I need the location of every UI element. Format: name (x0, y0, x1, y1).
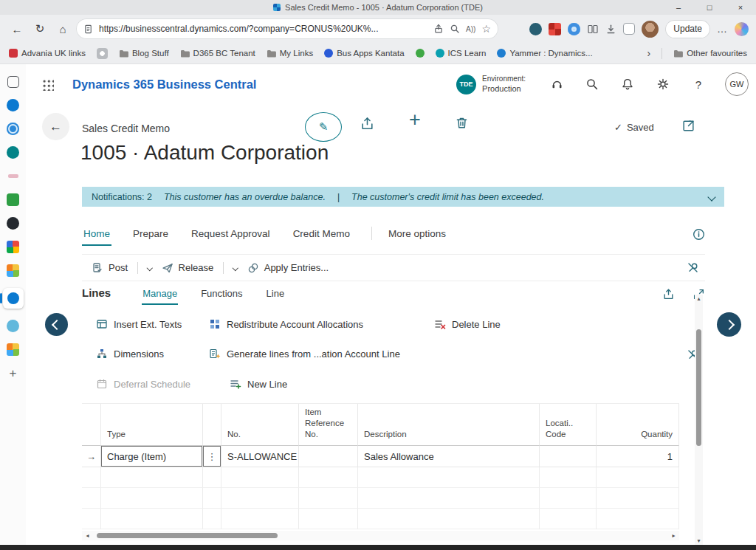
bookmark-item[interactable]: D365 BC Tenant (180, 49, 255, 58)
extension-icon[interactable] (623, 23, 635, 35)
page-vertical-scrollbar[interactable]: ▴ ▾ (695, 295, 703, 550)
maximize-button[interactable]: □ (694, 0, 725, 15)
scroll-up-icon[interactable]: ▴ (695, 295, 703, 302)
page-info-icon[interactable] (83, 24, 93, 34)
apply-entries-button[interactable]: Apply Entries... (238, 262, 329, 274)
edge-sidebar-app-icon-active[interactable] (3, 288, 24, 309)
browser-back-button[interactable]: ← (7, 19, 27, 38)
close-button[interactable]: × (725, 0, 756, 15)
browser-update-button[interactable]: Update (665, 20, 710, 38)
headset-icon[interactable] (539, 78, 574, 91)
scroll-down-icon[interactable]: ▾ (695, 537, 703, 544)
extension-icon[interactable] (568, 23, 580, 35)
notification-bar[interactable]: Notifications: 2 This customer has an ov… (82, 187, 724, 207)
scroll-left-icon[interactable]: ◂ (82, 532, 93, 539)
browser-profile-avatar[interactable] (642, 21, 659, 38)
browser-refresh-button[interactable]: ↻ (30, 19, 49, 38)
share-button[interactable] (360, 116, 375, 131)
browser-home-button[interactable]: ⌂ (53, 19, 72, 38)
tab-prepare[interactable]: Prepare (131, 224, 170, 246)
product-title[interactable]: Dynamics 365 Business Central (72, 78, 256, 92)
cell-description[interactable]: Sales Allowance (358, 446, 540, 467)
edge-sidebar-app-icon[interactable] (7, 241, 19, 253)
cell-no[interactable]: S-ALLOWANCE (221, 446, 299, 467)
edge-sidebar-app-icon[interactable] (7, 193, 19, 206)
bookmark-item[interactable]: ICS Learn (436, 49, 487, 58)
edge-sidebar-add-button[interactable]: + (10, 367, 17, 379)
extension-icon[interactable] (529, 23, 542, 35)
tab-credit-memo[interactable]: Credit Memo (292, 224, 351, 246)
edge-sidebar-app-icon[interactable] (7, 264, 19, 277)
share-from-address-icon[interactable] (433, 24, 444, 34)
minimize-button[interactable]: – (663, 0, 694, 15)
bookmark-item[interactable]: Blog Stuff (119, 49, 169, 58)
column-header-no[interactable]: No. (221, 404, 299, 446)
downloads-icon[interactable] (605, 24, 616, 35)
search-icon[interactable] (574, 78, 610, 91)
lines-tab-line[interactable]: Line (266, 288, 286, 305)
address-bar[interactable]: https://businesscentral.dynamics.com/?co… (76, 18, 498, 39)
generate-lines-button[interactable]: Generate lines from ...ation Account Lin… (209, 348, 400, 360)
scroll-right-icon[interactable]: ▸ (668, 532, 679, 539)
new-line-button[interactable]: New Line (230, 378, 287, 390)
horizontal-scroll-thumb[interactable] (97, 533, 278, 538)
column-header-item-reference-no[interactable]: Item Reference No. (299, 404, 358, 446)
scroll-parts-left-button[interactable] (45, 313, 68, 336)
new-button[interactable]: + (409, 109, 421, 131)
scroll-parts-right-button[interactable] (717, 312, 741, 337)
url-text[interactable]: https://businesscentral.dynamics.com/?co… (99, 24, 427, 34)
row-menu-button[interactable]: ⋮ (203, 446, 221, 467)
column-header-type[interactable]: Type (101, 404, 203, 446)
notification-expand-button[interactable] (709, 192, 715, 202)
redistribute-account-allocations-button[interactable]: Redistribute Account Allocations (209, 318, 363, 330)
edge-sidebar-app-icon[interactable] (7, 146, 19, 159)
release-button[interactable]: Release (152, 262, 238, 274)
lines-share-button[interactable] (662, 288, 675, 300)
notifications-bell-icon[interactable] (610, 78, 645, 91)
post-button[interactable]: Post (82, 262, 152, 274)
extension-icon[interactable] (549, 23, 561, 35)
user-avatar[interactable]: GW (725, 72, 749, 96)
browser-tab[interactable]: Sales Credit Memo - 1005 · Adatum Corpor… (0, 3, 756, 12)
open-in-new-window-button[interactable] (681, 119, 695, 133)
column-header-location-code[interactable]: Locati.. Code (540, 404, 597, 446)
cell-quantity[interactable]: 1 (597, 446, 679, 467)
copilot-icon[interactable] (735, 22, 749, 36)
cell-location-code[interactable] (540, 446, 597, 467)
cell-item-reference-no[interactable] (299, 446, 358, 467)
bookmarks-overflow-icon[interactable]: › (647, 47, 651, 59)
favorite-star-icon[interactable]: ☆ (481, 23, 491, 35)
lines-tab-functions[interactable]: Functions (200, 288, 243, 305)
table-horizontal-scrollbar[interactable]: ◂ ▸ (82, 531, 679, 540)
more-options-button[interactable]: More options (388, 228, 446, 246)
read-aloud-icon[interactable]: A)) (466, 25, 475, 33)
page-back-button[interactable]: ← (42, 113, 69, 140)
edge-sidebar-app-icon[interactable] (8, 174, 18, 178)
bookmark-item[interactable] (416, 49, 425, 58)
browser-menu-icon[interactable]: … (717, 23, 728, 35)
unpin-action-bar-button[interactable] (687, 261, 705, 274)
bookmark-item[interactable]: Advania UK links (9, 49, 86, 58)
other-favourites-button[interactable]: Other favourites (673, 49, 747, 58)
bookmark-item[interactable]: My Links (267, 49, 313, 58)
insert-ext-texts-button[interactable]: Insert Ext. Texts (96, 318, 182, 330)
bookmark-item[interactable]: Yammer : Dynamics... (497, 49, 592, 58)
cell-type[interactable]: Charge (Item) (101, 446, 203, 467)
info-button[interactable] (693, 228, 705, 246)
edge-sidebar-app-icon[interactable] (7, 343, 19, 356)
delete-button[interactable] (455, 116, 469, 131)
column-header-quantity[interactable]: Quantity (597, 404, 679, 446)
edit-button[interactable]: ✎ (305, 112, 342, 142)
edge-sidebar-app-icon[interactable] (7, 320, 19, 332)
bookmark-item[interactable] (97, 48, 108, 59)
bookmark-item[interactable]: Bus Apps Kantata (324, 49, 404, 58)
vertical-scroll-thumb[interactable] (696, 329, 701, 446)
delete-line-button[interactable]: Delete Line (434, 318, 501, 330)
edge-sidebar-app-icon[interactable] (7, 217, 19, 230)
dimensions-button[interactable]: Dimensions (96, 348, 164, 360)
tab-home[interactable]: Home (82, 224, 111, 246)
help-icon[interactable]: ? (681, 78, 716, 91)
lines-title[interactable]: Lines (82, 286, 111, 305)
edge-sidebar-app-icon[interactable] (7, 76, 19, 88)
deferral-schedule-button[interactable]: Deferral Schedule (96, 378, 190, 390)
